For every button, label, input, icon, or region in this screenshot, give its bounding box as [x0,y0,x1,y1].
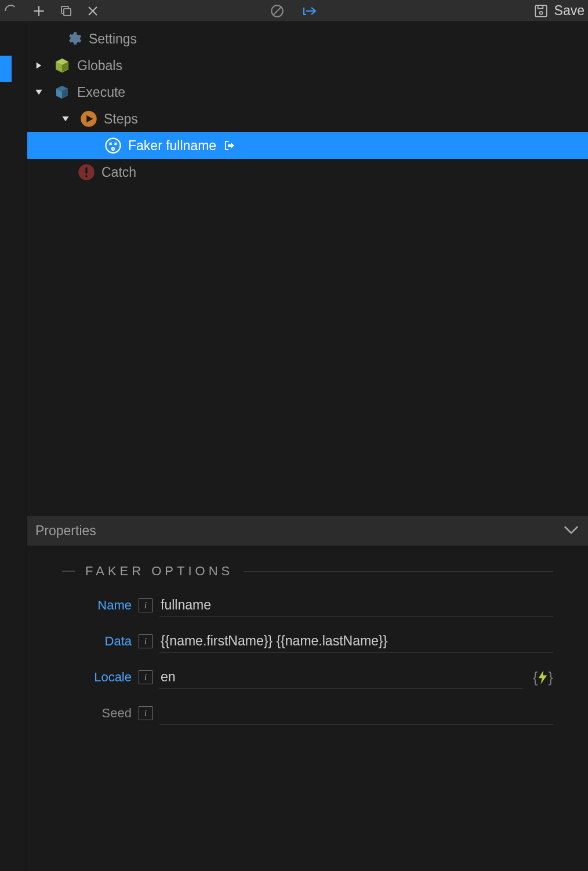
field-label: Locale [62,670,132,685]
section-header: FAKER OPTIONS [62,564,553,579]
top-toolbar: Save [0,0,588,22]
error-circle-icon [76,164,97,181]
field-row-name: Name i [62,594,553,617]
copy-icon[interactable] [59,4,73,18]
tree-item-execute[interactable]: Execute [27,79,588,106]
field-label: Name [62,598,132,613]
save-label: Save [554,3,585,19]
field-row-data: Data i [62,630,553,653]
plus-icon[interactable] [31,3,46,19]
tree-item-catch[interactable]: Catch [27,159,588,186]
properties-panel-header[interactable]: Properties [27,515,588,546]
close-icon[interactable] [86,4,100,18]
tree-view: Settings Globals [27,22,588,515]
svg-rect-2 [64,9,71,16]
sign-out-icon [222,139,237,153]
svg-rect-17 [85,167,88,173]
info-icon[interactable]: i [139,598,153,612]
svg-marker-11 [62,117,68,121]
info-icon[interactable]: i [139,634,153,648]
chevron-down-icon [562,523,580,539]
name-input[interactable] [159,595,553,615]
svg-point-8 [539,11,542,14]
collapse-arrow-icon[interactable] [60,115,71,123]
tree-item-settings[interactable]: Settings [27,26,588,52]
tree-item-label: Steps [104,111,138,127]
section-title: FAKER OPTIONS [85,564,233,579]
svg-point-18 [85,175,88,177]
refresh-icon[interactable] [3,3,19,19]
gear-icon [63,31,84,47]
seed-input[interactable] [159,703,553,723]
export-arrow-icon[interactable] [301,3,318,19]
tree-item-faker-fullname[interactable]: Faker fullname [27,132,588,159]
save-button[interactable]: Save [533,3,585,19]
info-icon[interactable]: i [139,706,153,720]
tree-item-label: Globals [77,58,122,74]
data-input[interactable] [159,631,553,651]
locale-input[interactable] [159,667,522,687]
svg-marker-10 [35,90,42,95]
tree-item-label: Faker fullname [128,138,216,154]
svg-line-6 [274,7,281,14]
tree-item-steps[interactable]: Steps [27,106,588,132]
expression-picker-icon[interactable]: { } [533,669,553,687]
box-icon [52,84,72,101]
svg-marker-9 [37,62,41,68]
field-label: Seed [62,706,132,721]
face-dizzy-icon [103,137,124,154]
cancel-circle-icon[interactable] [270,3,285,19]
field-row-locale: Locale i { } [62,666,553,689]
left-rail [0,22,27,871]
expand-arrow-icon[interactable] [33,61,45,70]
collapse-arrow-icon[interactable] [33,88,45,96]
properties-panel-body: FAKER OPTIONS Name i Data i [27,546,588,871]
svg-marker-19 [539,670,547,684]
play-circle-icon [78,110,99,128]
save-icon [533,3,549,19]
field-row-seed: Seed i [62,702,553,725]
field-label: Data [62,634,132,649]
tree-item-label: Catch [101,165,136,180]
svg-point-15 [112,148,114,150]
tree-item-globals[interactable]: Globals [27,52,588,79]
left-rail-active-indicator [0,56,12,82]
info-icon[interactable]: i [139,670,153,684]
box-icon [52,57,72,74]
tree-item-label: Settings [89,31,137,47]
tree-item-label: Execute [77,85,125,100]
properties-title: Properties [35,523,96,539]
